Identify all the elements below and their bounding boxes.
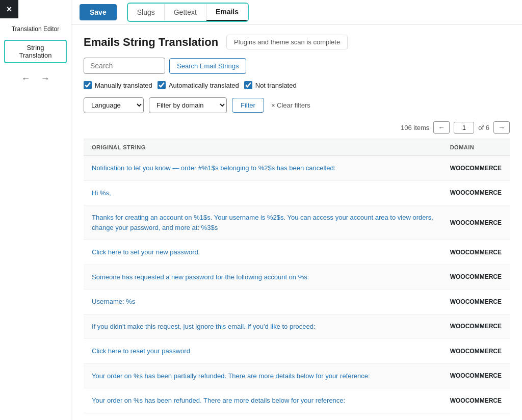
table-row: Username: %s WOOCOMMERCE xyxy=(84,290,510,314)
automatically-translated-filter[interactable]: Automatically translated xyxy=(158,81,239,89)
sidebar-item-translation-editor[interactable]: Translation Editor xyxy=(0,22,71,36)
table-row: Hi %s, WOOCOMMERCE xyxy=(84,180,510,205)
string-cell: Hi %s, xyxy=(84,180,442,205)
save-button[interactable]: Save xyxy=(80,4,117,20)
col-original-string: ORIGINAL STRING xyxy=(84,139,442,156)
domain-cell: WOOCOMMERCE xyxy=(442,314,510,339)
filter-button[interactable]: Filter xyxy=(232,98,264,113)
string-link[interactable]: Notification to let you know — order #%1… xyxy=(92,164,335,172)
domain-cell: WOOCOMMERCE xyxy=(442,240,510,265)
scan-badge[interactable]: Plugins and theme scan is complete xyxy=(226,35,348,49)
not-translated-label: Not translated xyxy=(255,82,297,89)
language-select[interactable]: Language xyxy=(84,97,144,113)
domain-cell: WOOCOMMERCE xyxy=(442,290,510,314)
domain-cell: WOOCOMMERCE xyxy=(442,205,510,240)
clear-filters-button[interactable]: × Clear filters xyxy=(269,98,312,112)
string-link[interactable]: Thanks for creating an account on %1$s. … xyxy=(92,214,433,231)
string-cell: Your order on %s has been refunded. Ther… xyxy=(84,388,442,413)
pagination-next-button[interactable]: → xyxy=(493,121,510,134)
not-translated-filter[interactable]: Not translated xyxy=(244,81,297,89)
tabs-bar: Slugs Gettext Emails xyxy=(127,3,249,22)
manually-translated-label: Manually translated xyxy=(95,82,152,89)
content-area: Emails String Translation Plugins and th… xyxy=(71,24,522,420)
sidebar-arrows: ← → xyxy=(19,71,52,86)
string-link[interactable]: Your order on %s has been partially refu… xyxy=(92,372,370,380)
string-cell: Notification to let you know — order #%1… xyxy=(84,156,442,181)
main-panel: Save Slugs Gettext Emails Emails String … xyxy=(71,0,522,420)
string-link[interactable]: Click here to reset your password xyxy=(92,347,190,355)
string-cell: Click here to reset your password xyxy=(84,339,442,364)
not-translated-checkbox[interactable] xyxy=(244,81,252,89)
domain-cell: WOOCOMMERCE xyxy=(442,156,510,181)
domain-cell: WOOCOMMERCE xyxy=(442,265,510,290)
domain-cell: WOOCOMMERCE xyxy=(442,339,510,364)
col-domain: DOMAIN xyxy=(442,139,510,156)
total-pages-label: of 6 xyxy=(478,124,489,132)
table-row: If you didn't make this request, just ig… xyxy=(84,314,510,339)
table-row: Your order on %s has been partially refu… xyxy=(84,363,510,388)
string-cell: Thanks for creating an account on %1$s. … xyxy=(84,205,442,240)
topbar: Save Slugs Gettext Emails xyxy=(71,0,522,24)
search-input[interactable] xyxy=(84,58,165,74)
filter-row: Manually translated Automatically transl… xyxy=(84,81,510,89)
page-title: Emails String Translation xyxy=(84,36,218,49)
string-cell: If you didn't make this request, just ig… xyxy=(84,314,442,339)
tab-slugs[interactable]: Slugs xyxy=(128,4,165,20)
table-row: Someone has requested a new password for… xyxy=(84,265,510,290)
tab-emails[interactable]: Emails xyxy=(206,4,248,21)
table-row: Your order on %s has been refunded. Ther… xyxy=(84,388,510,413)
automatically-translated-label: Automatically translated xyxy=(169,82,239,89)
manually-translated-checkbox[interactable] xyxy=(84,81,92,89)
manually-translated-filter[interactable]: Manually translated xyxy=(84,81,152,89)
sidebar-item-string-translation[interactable]: String Translation xyxy=(4,40,67,63)
string-link[interactable]: Your order on %s has been refunded. Ther… xyxy=(92,397,345,404)
filter-row-2: Language Filter by domain Filter × Clear… xyxy=(84,97,510,113)
domain-cell: WOOCOMMERCE xyxy=(442,363,510,388)
search-email-strings-button[interactable]: Search Email Strings xyxy=(169,58,246,74)
string-cell: Your order on %s has been partially refu… xyxy=(84,363,442,388)
table-row: Notification to let you know — order #%1… xyxy=(84,156,510,181)
string-link[interactable]: Click here to set your new password. xyxy=(92,248,200,256)
tab-gettext[interactable]: Gettext xyxy=(165,4,206,20)
string-link[interactable]: Someone has requested a new password for… xyxy=(92,273,309,281)
domain-cell: WOOCOMMERCE xyxy=(442,388,510,413)
back-arrow-button[interactable]: ← xyxy=(19,71,33,86)
string-link[interactable]: If you didn't make this request, just ig… xyxy=(92,323,316,330)
forward-arrow-button[interactable]: → xyxy=(39,71,52,86)
total-items-label: 106 items xyxy=(401,124,429,132)
pagination-row: 106 items ← of 6 → xyxy=(84,121,510,134)
string-cell: Someone has requested a new password for… xyxy=(84,265,442,290)
table-row: Click here to set your new password. WOO… xyxy=(84,240,510,265)
domain-select[interactable]: Filter by domain xyxy=(149,97,227,113)
string-cell: Click here to set your new password. xyxy=(84,240,442,265)
domain-cell: WOOCOMMERCE xyxy=(442,180,510,205)
string-link[interactable]: Hi %s, xyxy=(92,189,111,197)
table-row: Thanks for creating an account on %1$s. … xyxy=(84,205,510,240)
page-number-input[interactable] xyxy=(454,122,474,134)
string-cell: Username: %s xyxy=(84,290,442,314)
table-row: Click here to reset your password WOOCOM… xyxy=(84,339,510,364)
page-header: Emails String Translation Plugins and th… xyxy=(84,35,510,49)
close-button[interactable]: × xyxy=(0,0,18,18)
strings-table: ORIGINAL STRING DOMAIN Notification to l… xyxy=(84,139,510,413)
string-link[interactable]: Username: %s xyxy=(92,298,135,305)
sidebar: × Translation Editor String Translation … xyxy=(0,0,71,420)
automatically-translated-checkbox[interactable] xyxy=(158,81,166,89)
pagination-prev-button[interactable]: ← xyxy=(433,121,450,134)
sidebar-nav: Translation Editor String Translation ← … xyxy=(0,18,71,90)
search-row: Search Email Strings xyxy=(84,58,510,74)
close-icon: × xyxy=(7,4,12,15)
